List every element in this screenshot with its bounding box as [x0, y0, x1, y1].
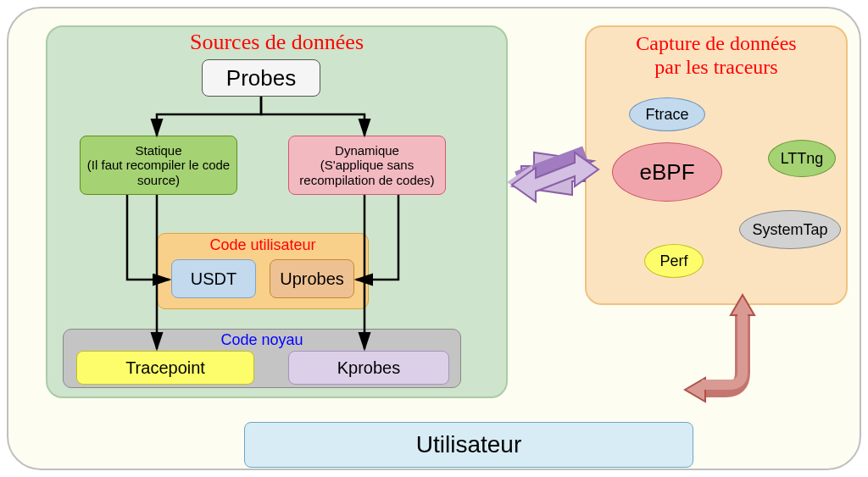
usdt-node: USDT: [171, 259, 256, 298]
utilisateur-node: Utilisateur: [244, 422, 693, 468]
svg-marker-0: [515, 155, 585, 182]
code-noyau-title: Code noyau: [64, 331, 460, 349]
svg-marker-4: [685, 378, 705, 402]
systemtap-node: SystemTap: [739, 210, 841, 249]
kprobes-node: Kprobes: [288, 351, 449, 385]
probes-node: Probes: [202, 59, 320, 97]
outer-container: Sources de données Probes Statique (Il f…: [7, 7, 861, 470]
dynamique-node: Dynamique (S'applique sans recompilation…: [288, 136, 446, 195]
perf-node: Perf: [644, 244, 704, 278]
bidir-arrow-sources-capture: [513, 153, 593, 195]
uprobes-node: Uprobes: [270, 259, 354, 298]
ftrace-node: Ftrace: [629, 97, 705, 131]
capture-title: Capture de données par les traceurs: [587, 32, 846, 79]
sources-title: Sources de données: [47, 30, 506, 55]
statique-node: Statique (Il faut recompiler le code sou…: [80, 136, 237, 195]
ebpf-node: eBPF: [612, 142, 722, 202]
lttng-node: LTTng: [768, 140, 836, 177]
svg-marker-1: [507, 165, 532, 199]
code-utilisateur-title: Code utilisateur: [158, 236, 368, 254]
tracepoint-node: Tracepoint: [76, 351, 254, 385]
